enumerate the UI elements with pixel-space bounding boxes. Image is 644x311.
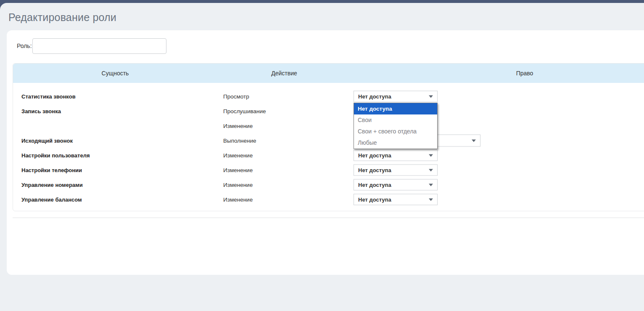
app-background: { "page": { "title": "Редактирование рол…: [0, 0, 644, 311]
action-cell: Изменение: [223, 152, 253, 158]
action-cell: Изменение: [223, 181, 253, 188]
chevron-down-icon: [472, 140, 476, 142]
entity-cell: Статистика звонков: [21, 93, 76, 99]
right-dropdown-open-list: Нет доступа Свои Свои + своего отдела Лю…: [354, 103, 438, 149]
page-title: Редактирование роли: [8, 11, 116, 24]
table-row-call-recording-edit: Изменение: [13, 118, 644, 133]
table-header-row: Сущность Действие Право: [13, 64, 644, 83]
dropdown-option-no-access[interactable]: Нет доступа: [354, 103, 437, 114]
chevron-down-icon: [429, 184, 433, 186]
dropdown-value: Нет доступа: [354, 150, 437, 160]
table-row-user-settings: Настройки пользователя Изменение Нет дос…: [13, 148, 644, 162]
table-row-telephony-settings: Настройки телефонии Изменение Нет доступ…: [13, 162, 644, 177]
table-row-number-management: Управление номерами Изменение Нет доступ…: [13, 177, 644, 192]
role-input[interactable]: [32, 38, 166, 54]
role-label: Роль:: [17, 38, 32, 54]
chevron-down-icon: [429, 154, 433, 157]
dropdown-option-own-department[interactable]: Свои + своего отдела: [354, 126, 437, 137]
content-area: Редактирование роли Роль: Сущность Дейст…: [0, 3, 644, 311]
entity-cell: Управление балансом: [21, 196, 82, 202]
role-edit-card: Роль: Сущность Действие Право Статистика…: [7, 30, 644, 275]
entity-cell: Настройки пользователя: [21, 152, 90, 158]
table-row-call-recording: Запись звонка Прослушивание: [13, 104, 644, 118]
entity-cell: Настройки телефонии: [21, 167, 82, 173]
action-cell: Выполнение: [223, 137, 256, 144]
card-divider: [13, 218, 644, 218]
table-row-outgoing-call: Исходящий звонок Выполнение: [13, 133, 644, 148]
action-cell: Изменение: [223, 167, 253, 173]
chevron-down-icon: [429, 199, 433, 201]
entity-cell: Управление номерами: [21, 181, 83, 188]
action-cell: Прослушивание: [223, 108, 266, 114]
right-dropdown[interactable]: Нет доступа: [354, 194, 438, 205]
column-header-entity: Сущность: [13, 64, 217, 83]
permissions-table: Сущность Действие Право Статистика звонк…: [13, 63, 644, 211]
column-header-action: Действие: [217, 64, 351, 83]
table-body: Статистика звонков Просмотр Нет доступа …: [13, 83, 644, 207]
dropdown-value: Нет доступа: [354, 91, 437, 101]
action-cell: Просмотр: [223, 93, 249, 99]
table-row-balance-management: Управление балансом Изменение Нет доступ…: [13, 192, 644, 207]
right-dropdown[interactable]: Нет доступа: [354, 179, 438, 190]
entity-cell: Исходящий звонок: [21, 137, 73, 144]
dropdown-value: Нет доступа: [354, 165, 437, 175]
column-header-right: Право: [351, 64, 644, 83]
dropdown-option-own[interactable]: Свои: [354, 114, 437, 126]
dropdown-option-any[interactable]: Любые: [354, 137, 437, 149]
dropdown-value: Нет доступа: [354, 194, 437, 205]
chevron-down-icon: [429, 96, 433, 98]
action-cell: Изменение: [223, 122, 253, 129]
right-dropdown[interactable]: Нет доступа: [354, 164, 438, 175]
table-row-call-statistics: Статистика звонков Просмотр Нет доступа: [13, 89, 644, 104]
dropdown-value: Нет доступа: [354, 179, 437, 190]
action-cell: Изменение: [223, 196, 253, 202]
entity-cell: Запись звонка: [21, 108, 61, 114]
chevron-down-icon: [429, 169, 433, 172]
right-dropdown[interactable]: Нет доступа: [354, 149, 438, 161]
right-dropdown[interactable]: Нет доступа: [354, 90, 438, 102]
